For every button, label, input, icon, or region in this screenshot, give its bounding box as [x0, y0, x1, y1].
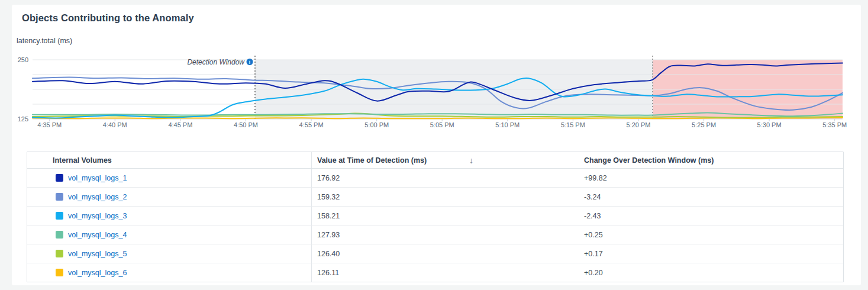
table-header-row: Internal Volumes Value at Time of Detect…: [27, 152, 843, 169]
y-axis-title: latency.total (ms): [17, 37, 72, 45]
volume-cell: vol_mysql_logs_5: [27, 244, 312, 263]
y-axis-min-label: 125: [18, 115, 28, 123]
svg-text:i: i: [249, 59, 250, 65]
volume-cell: vol_mysql_logs_2: [27, 188, 312, 206]
x-tick-label: 5:10 PM: [495, 121, 519, 128]
series-color-swatch: [56, 193, 63, 201]
volume-cell: vol_mysql_logs_4: [27, 225, 312, 244]
volume-link[interactable]: vol_mysql_logs_6: [68, 269, 127, 277]
volume-link[interactable]: vol_mysql_logs_2: [68, 193, 127, 201]
table-body: vol_mysql_logs_1176.92+99.82vol_mysql_lo…: [27, 169, 843, 282]
table-row: vol_mysql_logs_3158.21-2.43: [27, 206, 843, 225]
value-at-detection-cell: 126.11: [312, 263, 579, 282]
volume-link[interactable]: vol_mysql_logs_3: [68, 212, 127, 220]
table-row: vol_mysql_logs_1176.92+99.82: [27, 169, 843, 187]
info-icon[interactable]: i: [247, 59, 253, 65]
x-tick-label: 5:30 PM: [757, 121, 782, 128]
value-at-detection-cell: 176.92: [312, 169, 579, 187]
series-color-swatch: [56, 174, 63, 182]
column-header-value-at-detection[interactable]: Value at Time of Detection (ms) ↓: [312, 152, 579, 168]
value-at-detection-cell: 127.93: [312, 225, 579, 244]
volume-cell: vol_mysql_logs_3: [27, 207, 312, 225]
table-row: vol_mysql_logs_5126.40+0.17: [27, 244, 843, 263]
change-over-window-cell: -3.24: [579, 188, 843, 206]
table-row: vol_mysql_logs_6126.11+0.20: [27, 263, 843, 282]
x-tick-label: 5:20 PM: [627, 121, 651, 128]
volume-cell: vol_mysql_logs_6: [27, 263, 312, 282]
table-row: vol_mysql_logs_2159.32-3.24: [27, 187, 843, 206]
x-tick-label: 5:25 PM: [692, 121, 716, 128]
x-tick-label: 4:40 PM: [103, 121, 127, 128]
page-title: Objects Contributing to the Anomaly: [22, 12, 194, 24]
change-over-window-cell: +0.20: [579, 263, 843, 282]
contributing-objects-table: Internal Volumes Value at Time of Detect…: [27, 152, 844, 282]
x-tick-label: 5:00 PM: [364, 121, 389, 128]
volume-link[interactable]: vol_mysql_logs_1: [68, 174, 127, 182]
series-color-swatch: [56, 212, 63, 220]
volume-cell: vol_mysql_logs_1: [27, 169, 312, 187]
series-color-swatch: [56, 250, 63, 257]
x-tick-label: 4:50 PM: [234, 121, 258, 128]
x-tick-label: 4:35 PM: [37, 121, 62, 128]
x-tick-label: 5:05 PM: [430, 121, 454, 128]
latency-chart: 2501254:35 PM4:40 PM4:45 PM4:50 PM4:55 P…: [12, 52, 861, 133]
x-tick-label: 5:15 PM: [561, 121, 585, 128]
sort-descending-icon[interactable]: ↓: [469, 156, 473, 165]
detection-window-label: Detection Window: [187, 58, 245, 66]
series-color-swatch: [56, 269, 63, 276]
x-tick-label: 4:45 PM: [168, 121, 192, 128]
column-header-change-over-window[interactable]: Change Over Detection Window (ms): [579, 152, 843, 168]
change-over-window-cell: +0.17: [579, 244, 843, 263]
table-row: vol_mysql_logs_4127.93+0.25: [27, 225, 843, 244]
anomaly-panel-page: { "title": "Objects Contributing to the …: [0, 0, 868, 290]
value-at-detection-cell: 158.21: [312, 207, 579, 225]
anomaly-card: Objects Contributing to the Anomaly late…: [12, 5, 861, 285]
x-tick-label: 4:55 PM: [299, 121, 324, 128]
volume-link[interactable]: vol_mysql_logs_4: [68, 231, 127, 239]
change-over-window-cell: +0.25: [579, 225, 843, 244]
series-color-swatch: [56, 231, 63, 239]
change-over-window-cell: -2.43: [579, 207, 843, 225]
volume-link[interactable]: vol_mysql_logs_5: [68, 250, 127, 258]
y-axis-max-label: 250: [18, 56, 28, 63]
column-header-internal-volumes[interactable]: Internal Volumes: [27, 152, 312, 168]
x-tick-label: 5:35 PM: [822, 121, 847, 128]
value-at-detection-cell: 159.32: [312, 188, 579, 206]
change-over-window-cell: +99.82: [579, 169, 843, 187]
value-at-detection-cell: 126.40: [312, 244, 579, 263]
